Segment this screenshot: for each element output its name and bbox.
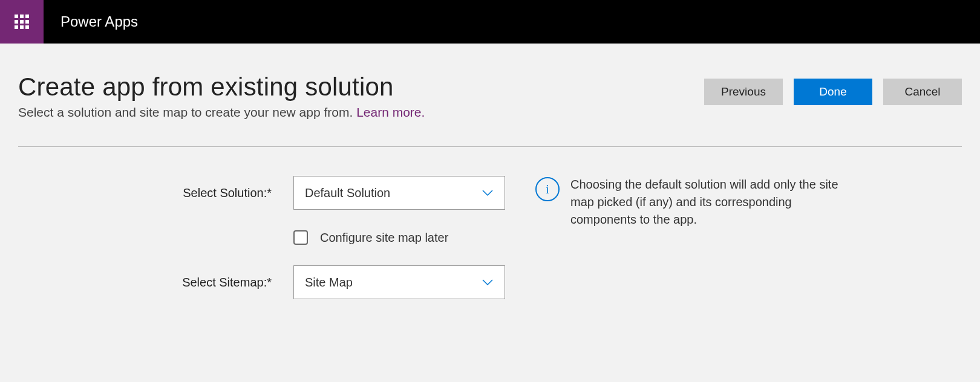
cancel-button[interactable]: Cancel	[883, 79, 962, 105]
form-area: Select Solution:* Default Solution	[18, 176, 962, 299]
select-solution-dropdown[interactable]: Default Solution	[293, 176, 505, 210]
chevron-down-icon	[482, 189, 494, 196]
select-solution-value: Default Solution	[305, 186, 390, 200]
configure-site-map-later-label: Configure site map later	[320, 231, 448, 245]
title-block: Create app from existing solution Select…	[18, 73, 425, 120]
app-title: Power Apps	[60, 13, 138, 30]
learn-more-link[interactable]: Learn more.	[356, 105, 425, 119]
page-subtitle: Select a solution and site map to create…	[18, 105, 425, 120]
content-area: Create app from existing solution Select…	[0, 44, 980, 299]
select-solution-label: Select Solution:*	[183, 186, 272, 200]
sitemap-row: Select Sitemap:* Site Map	[18, 265, 535, 299]
configure-later-row: Configure site map later	[18, 210, 535, 245]
divider	[18, 146, 962, 147]
info-text: Choosing the default solution will add o…	[570, 176, 861, 228]
header-row: Create app from existing solution Select…	[18, 73, 962, 120]
done-button[interactable]: Done	[794, 79, 872, 105]
info-column: i Choosing the default solution will add…	[535, 176, 962, 299]
select-sitemap-value: Site Map	[305, 276, 353, 290]
app-launcher-button[interactable]	[0, 0, 44, 44]
subtitle-text: Select a solution and site map to create…	[18, 105, 356, 119]
topbar: Power Apps	[0, 0, 980, 44]
chevron-down-icon	[482, 279, 494, 286]
button-row: Previous Done Cancel	[704, 79, 962, 105]
solution-row: Select Solution:* Default Solution	[18, 176, 535, 210]
configure-site-map-later-checkbox[interactable]	[293, 230, 308, 245]
select-sitemap-label: Select Sitemap:*	[182, 276, 272, 290]
waffle-icon	[15, 15, 29, 29]
page-title: Create app from existing solution	[18, 73, 425, 102]
info-icon: i	[535, 177, 560, 201]
previous-button[interactable]: Previous	[704, 79, 783, 105]
select-sitemap-dropdown[interactable]: Site Map	[293, 265, 505, 299]
